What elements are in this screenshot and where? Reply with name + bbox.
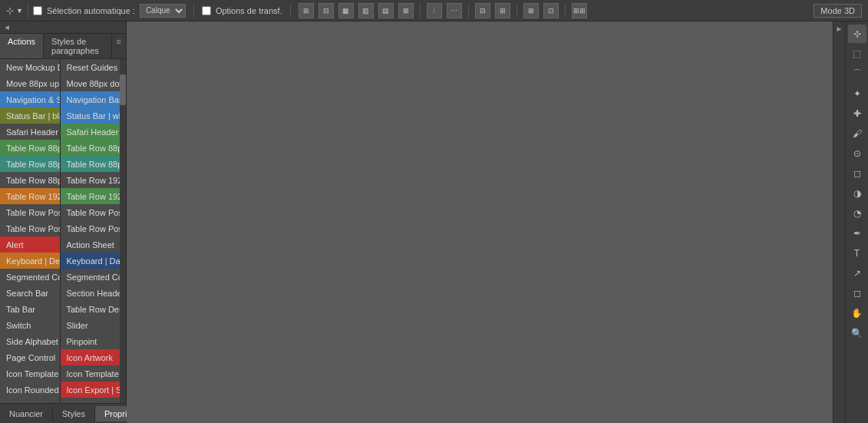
action-left-14[interactable]: Search Bar	[0, 285, 60, 301]
action-left-7[interactable]: Table Row 88px | Stack | Gap	[0, 172, 60, 188]
pen-tool-icon[interactable]: ✒	[848, 224, 866, 243]
action-left-21[interactable]: New & Ready	[0, 398, 60, 403]
action-left-5[interactable]: Table Row 88px | Editable	[0, 140, 60, 156]
left-panel: ◄ Actions Styles de paragraphes ≡ New Mo…	[0, 21, 127, 423]
extra2-btn[interactable]: ⊡	[543, 3, 559, 18]
top-toolbar: ⊹ ▼ Sélection automatique : Calque Optio…	[0, 0, 868, 21]
action-right-7[interactable]: Table Row 192px | Editable	[61, 172, 120, 188]
action-left-1[interactable]: Move 88px up	[0, 75, 60, 91]
align-right-btn[interactable]: ▦	[338, 3, 354, 18]
action-left-2[interactable]: Navigation & Status Bar	[0, 91, 60, 107]
action-right-10[interactable]: Table Row Position | Segmented...	[61, 220, 120, 236]
align-top-btn[interactable]: ▥	[358, 3, 374, 18]
action-right-20[interactable]: Icon Export | Squared	[61, 382, 120, 398]
lasso-tool-icon[interactable]: ⌒	[848, 64, 866, 83]
scrollbar-track[interactable]	[120, 59, 126, 403]
stamp-tool-icon[interactable]: ⊙	[848, 144, 866, 163]
auto-select-label: Sélection automatique :	[47, 6, 135, 15]
eraser-tool-icon[interactable]: ◻	[848, 164, 866, 183]
action-left-13[interactable]: Segmented Control | 2 Tabs	[0, 269, 60, 285]
bottom-tab-styles[interactable]: Styles	[53, 406, 95, 421]
action-right-12[interactable]: Keyboard | Dark	[61, 253, 120, 269]
distribute3-btn[interactable]: ⊞	[495, 3, 510, 18]
magic-wand-tool-icon[interactable]: ✦	[848, 84, 866, 103]
panel-collapse-left[interactable]: ◄	[0, 21, 126, 34]
action-right-11[interactable]: Action Sheet	[61, 236, 120, 253]
action-right-8[interactable]: Table Row 192px | Stack	[61, 188, 120, 204]
action-right-5[interactable]: Table Row 88px | Dynamic	[61, 140, 120, 156]
bottom-tabs: NuancierStylesPropriétés	[0, 403, 126, 423]
action-left-3[interactable]: Status Bar | black	[0, 107, 60, 124]
actions-list-container: New Mockup DocumentMove 88px upNavigatio…	[0, 59, 126, 403]
extra3-btn[interactable]: ⊞⊞	[572, 3, 587, 18]
action-right-3[interactable]: Status Bar | white	[61, 107, 120, 124]
action-left-8[interactable]: Table Row 192px | Dynamic	[0, 188, 60, 204]
action-left-0[interactable]: New Mockup Document	[0, 59, 60, 75]
mode3d-button[interactable]: Mode 3D	[814, 4, 862, 18]
align-center-btn[interactable]: ⊟	[318, 3, 334, 18]
path-tool-icon[interactable]: ↗	[848, 264, 866, 283]
actions-col-left: New Mockup DocumentMove 88px upNavigatio…	[0, 59, 61, 403]
align-bottom-btn[interactable]: ⊠	[398, 3, 414, 18]
action-left-12[interactable]: Keyboard | Default	[0, 253, 60, 269]
action-right-2[interactable]: Navigation Bar	[61, 91, 120, 107]
tab-paragraph-styles[interactable]: Styles de paragraphes	[44, 34, 112, 58]
auto-select-checkbox[interactable]	[33, 6, 42, 15]
transform-checkbox[interactable]	[202, 6, 211, 15]
main-area: ◄ Actions Styles de paragraphes ≡ New Mo…	[0, 21, 868, 423]
action-left-19[interactable]: Icon Template E Linked Object	[0, 365, 60, 382]
action-right-16[interactable]: Slider	[61, 317, 120, 333]
action-right-4[interactable]: Safari Header | Expanded	[61, 124, 120, 140]
action-left-9[interactable]: Table Row Position | Section Hea...	[0, 204, 60, 220]
layer-select[interactable]: Calque	[140, 4, 186, 18]
right-tools-panel: ⊹⬚⌒✦✚🖌⊙◻◑◔✒T↗◻✋🔍	[845, 21, 868, 423]
distribute-v-btn[interactable]: ⋯	[447, 3, 462, 18]
action-right-9[interactable]: Table Row Position | Undocked	[61, 204, 120, 220]
transform-label: Options de transf.	[216, 6, 282, 15]
action-left-4[interactable]: Safari Header | Collapsed	[0, 124, 60, 140]
align-left-btn[interactable]: ⊞	[299, 3, 314, 18]
action-left-17[interactable]: Side Alphabet	[0, 333, 60, 349]
tab-actions[interactable]: Actions	[0, 34, 44, 58]
action-right-15[interactable]: Table Row Description	[61, 301, 120, 317]
spot-healing-tool-icon[interactable]: ✚	[848, 104, 866, 123]
actions-col-right: Reset GuidesMove 88px downNavigation Bar…	[61, 59, 120, 403]
shape-tool-icon[interactable]: ◻	[848, 284, 866, 302]
collapse-right-icon: ►	[836, 25, 843, 33]
type-tool-icon[interactable]: T	[848, 244, 866, 263]
extra-btn[interactable]: ⊠	[523, 3, 539, 18]
action-left-15[interactable]: Tab Bar	[0, 301, 60, 317]
action-right-1[interactable]: Move 88px down	[61, 75, 120, 91]
action-right-21[interactable]: Quick Background	[61, 398, 120, 403]
panel-collapse-right[interactable]: ►	[833, 21, 845, 423]
action-left-20[interactable]: Icon Rounded	[0, 382, 60, 398]
action-right-19[interactable]: Icon Template | Embeded Object	[61, 365, 120, 382]
action-left-16[interactable]: Switch	[0, 317, 60, 333]
marquee-tool-icon[interactable]: ⬚	[848, 45, 866, 63]
action-left-11[interactable]: Alert	[0, 236, 60, 253]
action-right-0[interactable]: Reset Guides	[61, 59, 120, 75]
distribute2-btn[interactable]: ⊟	[475, 3, 490, 18]
bottom-tab-nuancier[interactable]: Nuancier	[0, 406, 53, 421]
select-tool-icon[interactable]: ⊹	[848, 25, 866, 43]
action-right-14[interactable]: Section Header	[61, 285, 120, 301]
dodge-tool-icon[interactable]: ◔	[848, 204, 866, 223]
hand-tool-icon[interactable]: ✋	[848, 304, 866, 322]
action-right-18[interactable]: Icon Artwork	[61, 349, 120, 365]
canvas-area: ►	[127, 21, 845, 423]
action-left-18[interactable]: Page Control	[0, 349, 60, 365]
gradient-tool-icon[interactable]: ◑	[848, 184, 866, 203]
move-tool-icon: ⊹	[6, 5, 14, 16]
distribute-h-btn[interactable]: ⋮	[427, 3, 442, 18]
zoom-tool-icon[interactable]: 🔍	[848, 324, 866, 342]
align-middle-btn[interactable]: ▤	[378, 3, 394, 18]
tab-panel-menu[interactable]: ≡	[112, 34, 126, 58]
action-right-17[interactable]: Pinpoint	[61, 333, 120, 349]
actions-panel: Actions Styles de paragraphes ≡ New Mock…	[0, 34, 126, 403]
action-left-10[interactable]: Table Row Position | Search Bar	[0, 220, 60, 236]
action-right-6[interactable]: Table Row 88px | Stack | Offset	[61, 156, 120, 172]
action-left-6[interactable]: Table Row 88px | Stack	[0, 156, 60, 172]
action-right-13[interactable]: Segmented Control | 3 Tabs	[61, 269, 120, 285]
brush-tool-icon[interactable]: 🖌	[848, 124, 866, 143]
scrollbar-thumb[interactable]	[120, 74, 126, 105]
